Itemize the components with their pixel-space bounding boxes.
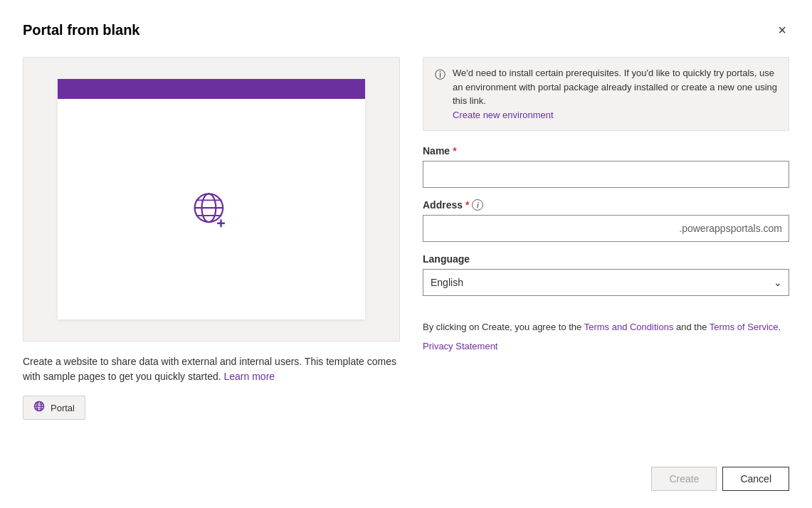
language-select-wrapper: English French German Spanish ⌄ [423, 269, 789, 296]
dialog-header: Portal from blank × [23, 20, 789, 40]
dialog-footer: Create Cancel [23, 450, 789, 491]
terms-service-link[interactable]: Terms of Service [710, 322, 779, 332]
name-required: * [453, 145, 456, 157]
preview-inner [58, 79, 366, 319]
name-field-group: Name * [423, 145, 789, 188]
portal-badge: Portal [23, 396, 85, 420]
portal-globe-icon [33, 401, 45, 415]
address-info-icon: i [472, 199, 483, 211]
preview-header-bar [58, 79, 366, 99]
language-label: Language [423, 253, 789, 265]
create-new-environment-link[interactable]: Create new environment [453, 110, 554, 120]
info-banner-content: We'd need to install certain prerequisit… [453, 66, 777, 122]
terms-conditions-link[interactable]: Terms and Conditions [584, 322, 674, 332]
cancel-button[interactable]: Cancel [722, 467, 789, 491]
dialog-title: Portal from blank [23, 22, 139, 38]
preview-content [58, 99, 366, 319]
create-button[interactable]: Create [651, 467, 717, 491]
left-description: Create a website to share data with exte… [23, 354, 400, 384]
privacy-statement-link[interactable]: Privacy Statement [423, 341, 789, 351]
name-input[interactable] [423, 161, 789, 188]
address-input-wrapper: .powerappsportals.com [423, 215, 789, 242]
terms-text: By clicking on Create, you agree to the … [423, 320, 789, 335]
preview-box [23, 57, 400, 342]
portal-badge-label: Portal [51, 403, 75, 413]
portal-from-blank-dialog: Portal from blank × [0, 0, 812, 508]
right-panel: ⓘ We'd need to install certain prerequis… [423, 57, 789, 450]
address-field-group: Address * i .powerappsportals.com [423, 199, 789, 242]
info-banner: ⓘ We'd need to install certain prerequis… [423, 57, 789, 131]
name-label: Name * [423, 145, 789, 157]
info-banner-icon: ⓘ [435, 67, 445, 122]
language-select[interactable]: English French German Spanish [423, 269, 789, 296]
globe-plus-icon [186, 184, 237, 235]
address-input[interactable] [423, 215, 789, 242]
close-button[interactable]: × [775, 20, 789, 40]
language-field-group: Language English French German Spanish ⌄ [423, 253, 789, 296]
address-required: * [465, 199, 469, 211]
left-panel: Create a website to share data with exte… [23, 57, 400, 450]
address-label: Address * i [423, 199, 789, 211]
learn-more-link[interactable]: Learn more [223, 371, 275, 382]
dialog-body: Create a website to share data with exte… [23, 57, 789, 450]
